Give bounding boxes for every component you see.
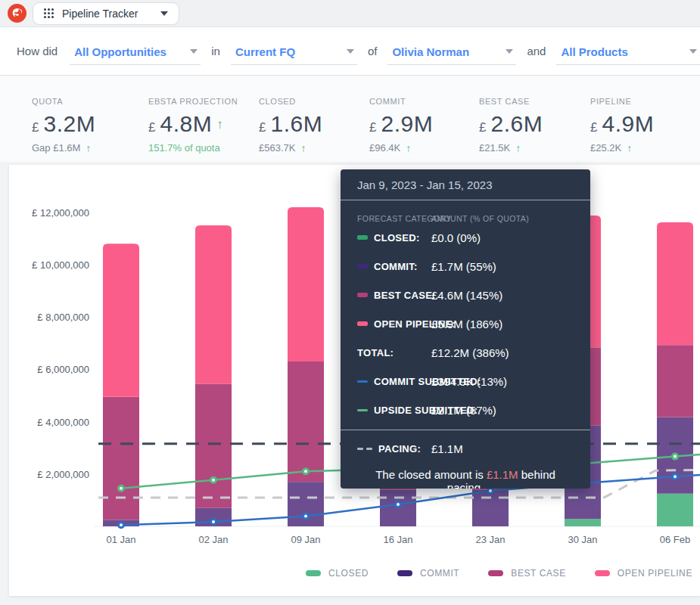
upside-submitted-line-icon — [357, 409, 368, 411]
trend-up-icon: ↑ — [216, 118, 223, 131]
commit-swatch-icon — [397, 570, 412, 576]
kpi-amount: 2.9M — [381, 111, 433, 137]
owner-filter-value: Olivia Norman — [392, 45, 469, 58]
x-axis-tick-09-jan: 09 Jan — [291, 534, 320, 545]
period-filter-dropdown[interactable]: Current FQ — [231, 38, 357, 65]
tooltip-row-commit-submitted: COMMIT SUBMITTED:£394.9K (13%) — [357, 367, 574, 396]
y-axis-tick-2m: £ 2,000,000 — [37, 469, 89, 480]
tooltip-amount: £2.1M (67%) — [431, 404, 574, 417]
kpi-closed: CLOSED£1.6M£563.7K↑ — [259, 97, 322, 154]
kpi-quota: QUOTA£3.2MGap £1.6M↑ — [32, 97, 95, 154]
legend-item-closed[interactable]: CLOSED — [306, 568, 369, 579]
grid-icon — [44, 8, 54, 19]
tooltip-pacing-section: PACING: £1.1M The closed amount is £1.1M… — [341, 430, 590, 489]
legend-item-best-case[interactable]: BEST CASE — [488, 568, 566, 579]
x-axis-tick-06-feb: 06 Feb — [660, 534, 690, 545]
upside-submitted-marker-dot — [120, 487, 123, 490]
chevron-down-icon — [347, 49, 354, 54]
kpi-sub-value: 151.7% of quota — [148, 142, 220, 154]
pacing-value: £1.1M — [431, 442, 574, 455]
best-case-bar-01-jan[interactable] — [103, 397, 139, 520]
best-case-bar-09-jan[interactable] — [288, 361, 324, 482]
best-case-bar-06-feb[interactable] — [657, 345, 693, 417]
open-pipeline-bar-06-feb[interactable] — [657, 222, 693, 345]
kpi-commit: COMMIT£2.9M£96.4K↑ — [369, 97, 433, 154]
footer-highlight: £1.1M — [487, 468, 518, 481]
tooltip-category-label: CLOSED: — [374, 232, 420, 244]
tooltip-row-open-pipeline: OPEN PIPELINE:£5.9M (186%) — [357, 309, 574, 338]
kpi-label: PIPELINE — [590, 97, 654, 106]
commit-submitted-marker-dot — [489, 489, 492, 492]
upside-submitted-marker-dot — [304, 470, 307, 473]
kpi-value: £2.9M — [369, 111, 433, 137]
chevron-down-icon — [160, 11, 168, 16]
legend-label: BEST CASE — [511, 568, 566, 579]
legend-item-commit[interactable]: COMMIT — [397, 568, 459, 579]
commit-submitted-marker-dot — [397, 503, 400, 506]
open-pipeline-bar-01-jan[interactable] — [103, 244, 139, 396]
legend-item-open-pipeline[interactable]: OPEN PIPELINE — [595, 568, 692, 579]
open-pipeline-bar-09-jan[interactable] — [288, 207, 324, 361]
products-filter-value: All Products — [561, 45, 627, 58]
commit-submitted-line-icon — [357, 380, 368, 383]
x-axis-tick-23-jan: 23 Jan — [475, 534, 505, 545]
upside-submitted-marker-dot — [674, 455, 677, 458]
opportunities-filter-dropdown[interactable]: All Opportunities — [70, 38, 201, 65]
upside-submitted-marker-dot — [212, 479, 215, 482]
kpi-value: £1.6M — [259, 111, 322, 137]
legend-label: CLOSED — [328, 568, 369, 579]
chevron-down-icon — [190, 49, 198, 54]
opportunities-filter-value: All Opportunities — [74, 45, 166, 58]
tooltip-category: COMMIT SUBMITTED: — [357, 376, 431, 387]
pacing-row: PACING: £1.1M — [357, 430, 574, 467]
open-pipeline-swatch-icon — [357, 321, 368, 326]
kpi-sub-value: £25.2K — [590, 142, 621, 154]
ebsta-logo-icon[interactable] — [8, 4, 26, 23]
tooltip-row-closed: CLOSED:£0.0 (0%) — [357, 223, 574, 252]
tooltip-category: OPEN PIPELINE: — [357, 318, 431, 330]
currency-symbol: £ — [590, 120, 597, 135]
y-axis-tick-8m: £ 8,000,000 — [37, 312, 89, 323]
commit-bar-23-jan[interactable] — [472, 490, 509, 526]
products-filter-dropdown[interactable]: All Products — [556, 38, 700, 65]
x-axis-tick-16-jan: 16 Jan — [383, 534, 412, 545]
closed-bar-06-feb[interactable] — [657, 494, 693, 526]
filter-connector-and: and — [527, 45, 546, 57]
kpi-label: QUOTA — [32, 97, 95, 106]
best-case-swatch-icon — [357, 293, 368, 297]
kpi-sub-value: £563.7K — [259, 142, 295, 154]
commit-submitted-marker-dot — [120, 523, 123, 526]
tooltip-category: CLOSED: — [357, 232, 431, 244]
closed-swatch-icon — [306, 570, 321, 576]
kpi-label: COMMIT — [369, 97, 433, 106]
kpi-amount: 4.8M — [160, 111, 212, 137]
commit-submitted-marker-dot — [304, 515, 307, 518]
tooltip-category: TOTAL: — [357, 347, 431, 358]
open-pipeline-bar-02-jan[interactable] — [195, 225, 232, 383]
kpi-subtext: 151.7% of quota — [148, 142, 238, 154]
tooltip-footer: The closed amount is £1.1M behind pacing… — [357, 467, 574, 489]
closed-bar-30-jan[interactable] — [565, 519, 601, 526]
filter-lead-text: How did — [17, 45, 58, 57]
kpi-subtext: £25.2K↑ — [590, 142, 654, 154]
tooltip-row-total: TOTAL:£12.2M (386%) — [357, 338, 574, 367]
filter-connector-of: of — [368, 45, 378, 57]
currency-symbol: £ — [259, 120, 266, 135]
currency-symbol: £ — [479, 120, 486, 135]
period-filter-value: Current FQ — [235, 45, 295, 58]
kpi-label: BEST CASE — [479, 97, 543, 106]
tooltip-row-commit: COMMIT:£1.7M (55%) — [357, 252, 574, 281]
best-case-bar-02-jan[interactable] — [195, 383, 232, 507]
trend-up-icon: ↑ — [627, 143, 632, 154]
tooltip-category: COMMIT: — [357, 261, 431, 272]
chevron-down-icon — [506, 49, 513, 54]
kpi-ebsta-projection: EBSTA PROJECTION£4.8M↑151.7% of quota — [148, 97, 238, 154]
y-axis-tick-6m: £ 6,000,000 — [37, 364, 89, 375]
tooltip-amount: £12.2M (386%) — [431, 346, 574, 359]
app-switcher[interactable]: Pipeline Tracker — [33, 2, 179, 25]
open-pipeline-swatch-icon — [595, 570, 610, 576]
y-axis-tick-4m: £ 4,000,000 — [37, 417, 89, 428]
owner-filter-dropdown[interactable]: Olivia Norman — [387, 38, 516, 65]
kpi-value: £4.9M — [590, 111, 654, 137]
tooltip-body: FORECAST CATEGORY AMOUNT (% OF QUOTA) CL… — [341, 200, 590, 424]
